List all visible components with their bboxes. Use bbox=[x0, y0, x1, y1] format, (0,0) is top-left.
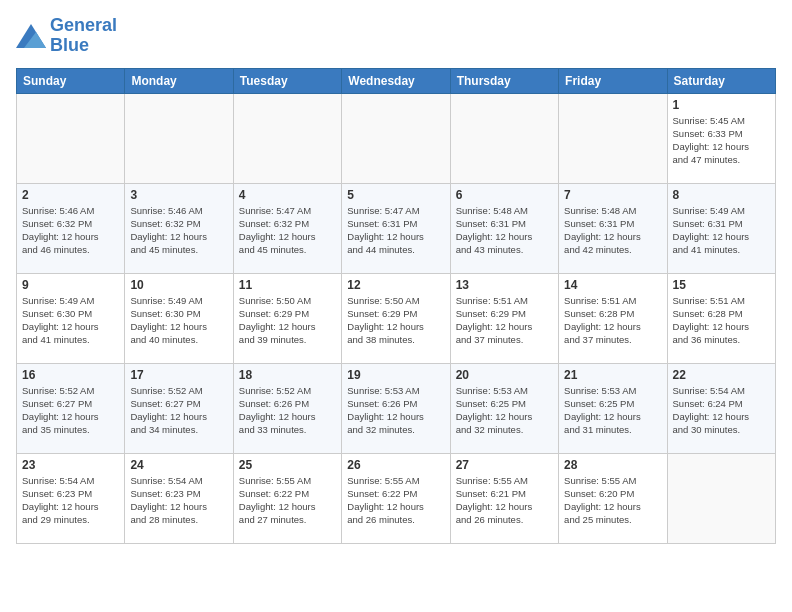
day-info: Sunrise: 5:54 AM Sunset: 6:24 PM Dayligh… bbox=[673, 384, 770, 437]
day-number: 24 bbox=[130, 458, 227, 472]
day-info: Sunrise: 5:48 AM Sunset: 6:31 PM Dayligh… bbox=[564, 204, 661, 257]
day-number: 27 bbox=[456, 458, 553, 472]
calendar-cell: 25Sunrise: 5:55 AM Sunset: 6:22 PM Dayli… bbox=[233, 453, 341, 543]
calendar-cell: 19Sunrise: 5:53 AM Sunset: 6:26 PM Dayli… bbox=[342, 363, 450, 453]
calendar-week-2: 2Sunrise: 5:46 AM Sunset: 6:32 PM Daylig… bbox=[17, 183, 776, 273]
day-info: Sunrise: 5:51 AM Sunset: 6:28 PM Dayligh… bbox=[673, 294, 770, 347]
calendar-week-5: 23Sunrise: 5:54 AM Sunset: 6:23 PM Dayli… bbox=[17, 453, 776, 543]
weekday-header-saturday: Saturday bbox=[667, 68, 775, 93]
day-number: 13 bbox=[456, 278, 553, 292]
logo-icon bbox=[16, 24, 46, 48]
page-header: General Blue bbox=[16, 16, 776, 56]
calendar-cell: 10Sunrise: 5:49 AM Sunset: 6:30 PM Dayli… bbox=[125, 273, 233, 363]
day-info: Sunrise: 5:53 AM Sunset: 6:25 PM Dayligh… bbox=[564, 384, 661, 437]
day-info: Sunrise: 5:54 AM Sunset: 6:23 PM Dayligh… bbox=[22, 474, 119, 527]
day-info: Sunrise: 5:52 AM Sunset: 6:27 PM Dayligh… bbox=[22, 384, 119, 437]
day-info: Sunrise: 5:53 AM Sunset: 6:25 PM Dayligh… bbox=[456, 384, 553, 437]
day-number: 10 bbox=[130, 278, 227, 292]
calendar-cell bbox=[559, 93, 667, 183]
calendar-cell: 5Sunrise: 5:47 AM Sunset: 6:31 PM Daylig… bbox=[342, 183, 450, 273]
day-number: 8 bbox=[673, 188, 770, 202]
calendar-cell: 7Sunrise: 5:48 AM Sunset: 6:31 PM Daylig… bbox=[559, 183, 667, 273]
calendar-cell: 23Sunrise: 5:54 AM Sunset: 6:23 PM Dayli… bbox=[17, 453, 125, 543]
calendar-cell: 2Sunrise: 5:46 AM Sunset: 6:32 PM Daylig… bbox=[17, 183, 125, 273]
day-info: Sunrise: 5:46 AM Sunset: 6:32 PM Dayligh… bbox=[22, 204, 119, 257]
day-info: Sunrise: 5:53 AM Sunset: 6:26 PM Dayligh… bbox=[347, 384, 444, 437]
calendar-cell: 1Sunrise: 5:45 AM Sunset: 6:33 PM Daylig… bbox=[667, 93, 775, 183]
calendar-cell: 13Sunrise: 5:51 AM Sunset: 6:29 PM Dayli… bbox=[450, 273, 558, 363]
calendar-cell: 3Sunrise: 5:46 AM Sunset: 6:32 PM Daylig… bbox=[125, 183, 233, 273]
day-info: Sunrise: 5:55 AM Sunset: 6:22 PM Dayligh… bbox=[239, 474, 336, 527]
day-number: 25 bbox=[239, 458, 336, 472]
calendar-cell: 4Sunrise: 5:47 AM Sunset: 6:32 PM Daylig… bbox=[233, 183, 341, 273]
calendar-cell: 6Sunrise: 5:48 AM Sunset: 6:31 PM Daylig… bbox=[450, 183, 558, 273]
calendar-cell: 9Sunrise: 5:49 AM Sunset: 6:30 PM Daylig… bbox=[17, 273, 125, 363]
day-info: Sunrise: 5:50 AM Sunset: 6:29 PM Dayligh… bbox=[239, 294, 336, 347]
calendar-week-1: 1Sunrise: 5:45 AM Sunset: 6:33 PM Daylig… bbox=[17, 93, 776, 183]
weekday-header-friday: Friday bbox=[559, 68, 667, 93]
calendar-cell: 17Sunrise: 5:52 AM Sunset: 6:27 PM Dayli… bbox=[125, 363, 233, 453]
day-number: 9 bbox=[22, 278, 119, 292]
calendar-cell: 15Sunrise: 5:51 AM Sunset: 6:28 PM Dayli… bbox=[667, 273, 775, 363]
day-number: 12 bbox=[347, 278, 444, 292]
day-number: 28 bbox=[564, 458, 661, 472]
calendar-cell: 18Sunrise: 5:52 AM Sunset: 6:26 PM Dayli… bbox=[233, 363, 341, 453]
calendar-cell: 21Sunrise: 5:53 AM Sunset: 6:25 PM Dayli… bbox=[559, 363, 667, 453]
day-info: Sunrise: 5:55 AM Sunset: 6:20 PM Dayligh… bbox=[564, 474, 661, 527]
day-number: 16 bbox=[22, 368, 119, 382]
day-info: Sunrise: 5:48 AM Sunset: 6:31 PM Dayligh… bbox=[456, 204, 553, 257]
day-number: 1 bbox=[673, 98, 770, 112]
day-info: Sunrise: 5:52 AM Sunset: 6:27 PM Dayligh… bbox=[130, 384, 227, 437]
day-info: Sunrise: 5:45 AM Sunset: 6:33 PM Dayligh… bbox=[673, 114, 770, 167]
calendar-cell: 8Sunrise: 5:49 AM Sunset: 6:31 PM Daylig… bbox=[667, 183, 775, 273]
calendar-cell: 16Sunrise: 5:52 AM Sunset: 6:27 PM Dayli… bbox=[17, 363, 125, 453]
weekday-header-thursday: Thursday bbox=[450, 68, 558, 93]
weekday-header-monday: Monday bbox=[125, 68, 233, 93]
day-number: 6 bbox=[456, 188, 553, 202]
day-number: 11 bbox=[239, 278, 336, 292]
calendar-cell: 27Sunrise: 5:55 AM Sunset: 6:21 PM Dayli… bbox=[450, 453, 558, 543]
day-number: 17 bbox=[130, 368, 227, 382]
day-info: Sunrise: 5:50 AM Sunset: 6:29 PM Dayligh… bbox=[347, 294, 444, 347]
day-info: Sunrise: 5:46 AM Sunset: 6:32 PM Dayligh… bbox=[130, 204, 227, 257]
day-number: 19 bbox=[347, 368, 444, 382]
day-number: 23 bbox=[22, 458, 119, 472]
calendar-cell bbox=[233, 93, 341, 183]
day-number: 4 bbox=[239, 188, 336, 202]
day-info: Sunrise: 5:51 AM Sunset: 6:28 PM Dayligh… bbox=[564, 294, 661, 347]
day-info: Sunrise: 5:49 AM Sunset: 6:31 PM Dayligh… bbox=[673, 204, 770, 257]
weekday-header-sunday: Sunday bbox=[17, 68, 125, 93]
day-number: 20 bbox=[456, 368, 553, 382]
day-number: 18 bbox=[239, 368, 336, 382]
calendar-week-4: 16Sunrise: 5:52 AM Sunset: 6:27 PM Dayli… bbox=[17, 363, 776, 453]
calendar-cell: 22Sunrise: 5:54 AM Sunset: 6:24 PM Dayli… bbox=[667, 363, 775, 453]
day-info: Sunrise: 5:54 AM Sunset: 6:23 PM Dayligh… bbox=[130, 474, 227, 527]
day-info: Sunrise: 5:51 AM Sunset: 6:29 PM Dayligh… bbox=[456, 294, 553, 347]
day-number: 15 bbox=[673, 278, 770, 292]
calendar-cell: 12Sunrise: 5:50 AM Sunset: 6:29 PM Dayli… bbox=[342, 273, 450, 363]
calendar-week-3: 9Sunrise: 5:49 AM Sunset: 6:30 PM Daylig… bbox=[17, 273, 776, 363]
calendar-cell bbox=[17, 93, 125, 183]
calendar-cell bbox=[342, 93, 450, 183]
weekday-header-wednesday: Wednesday bbox=[342, 68, 450, 93]
logo: General Blue bbox=[16, 16, 117, 56]
weekday-header-row: SundayMondayTuesdayWednesdayThursdayFrid… bbox=[17, 68, 776, 93]
day-number: 21 bbox=[564, 368, 661, 382]
calendar-cell: 24Sunrise: 5:54 AM Sunset: 6:23 PM Dayli… bbox=[125, 453, 233, 543]
calendar-table: SundayMondayTuesdayWednesdayThursdayFrid… bbox=[16, 68, 776, 544]
day-info: Sunrise: 5:55 AM Sunset: 6:22 PM Dayligh… bbox=[347, 474, 444, 527]
calendar-cell bbox=[667, 453, 775, 543]
day-info: Sunrise: 5:49 AM Sunset: 6:30 PM Dayligh… bbox=[22, 294, 119, 347]
calendar-cell bbox=[450, 93, 558, 183]
calendar-cell: 28Sunrise: 5:55 AM Sunset: 6:20 PM Dayli… bbox=[559, 453, 667, 543]
day-number: 26 bbox=[347, 458, 444, 472]
logo-text: General Blue bbox=[50, 16, 117, 56]
day-number: 2 bbox=[22, 188, 119, 202]
calendar-cell: 20Sunrise: 5:53 AM Sunset: 6:25 PM Dayli… bbox=[450, 363, 558, 453]
day-number: 7 bbox=[564, 188, 661, 202]
day-number: 14 bbox=[564, 278, 661, 292]
weekday-header-tuesday: Tuesday bbox=[233, 68, 341, 93]
day-info: Sunrise: 5:47 AM Sunset: 6:31 PM Dayligh… bbox=[347, 204, 444, 257]
day-number: 3 bbox=[130, 188, 227, 202]
day-number: 22 bbox=[673, 368, 770, 382]
